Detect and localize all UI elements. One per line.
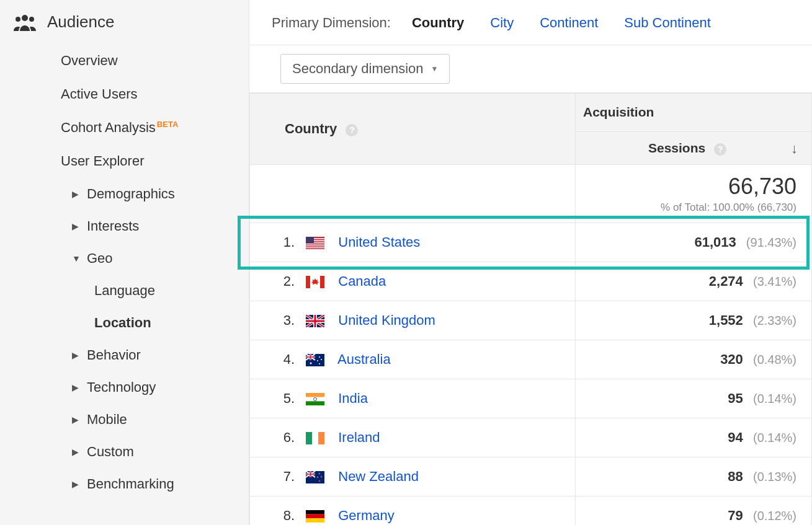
svg-rect-22 [306,393,324,397]
svg-rect-36 [306,519,324,523]
nav-group-benchmarking[interactable]: ▶Benchmarking [0,468,249,500]
nav-group-mobile[interactable]: ▶Mobile [0,404,249,436]
sessions-value: 320 [720,351,743,367]
flag-icon [306,315,324,327]
table-row[interactable]: 8. Germany 79 (0.12%) [250,496,812,526]
table-row[interactable]: 6. Ireland 94 (0.14%) [250,418,812,457]
caret-down-icon: ▼ [431,64,439,73]
help-icon[interactable]: ? [346,124,358,136]
column-header-country[interactable]: Country ? [250,94,576,165]
tab-continent[interactable]: Continent [535,12,603,33]
chevron-right-icon: ▶ [72,415,81,425]
sessions-pct: (3.41%) [753,275,796,288]
svg-point-17 [310,363,312,364]
svg-point-30 [319,473,320,474]
sessions-value: 79 [728,508,743,523]
summary-cell: 66,730 % of Total: 100.00% (66,730) [576,165,812,223]
chevron-right-icon: ▶ [72,447,81,457]
secondary-dimension-button[interactable]: Secondary dimension ▼ [280,54,450,84]
country-cell: 5. India [250,379,576,418]
flag-icon [306,510,324,523]
row-index: 3. [275,312,295,329]
audience-icon [14,14,36,31]
svg-rect-8 [306,245,324,247]
tab-country[interactable]: Country [407,12,469,33]
country-link[interactable]: New Zealand [338,469,419,484]
svg-point-19 [321,359,322,360]
table-row[interactable]: 4. Australia 320 (0.48%) [250,340,812,379]
svg-point-18 [319,356,320,358]
nav-group-behavior[interactable]: ▶Behavior [0,339,249,371]
chevron-right-icon: ▶ [72,221,81,231]
nav-item-active-users[interactable]: Active Users [0,77,249,111]
svg-point-33 [317,477,318,478]
chevron-right-icon: ▶ [72,189,81,199]
sidebar: Audience Overview Active Users Cohort An… [0,0,249,525]
country-table: Country ? Acquisition Sessions ? ↓ [249,93,812,525]
sessions-pct: (0.14%) [753,392,796,405]
sessions-pct: (0.12%) [753,509,796,523]
row-index: 6. [275,430,295,446]
country-link[interactable]: Ireland [338,430,380,445]
flag-icon [306,432,324,444]
nav-group-technology[interactable]: ▶Technology [0,371,249,404]
sessions-cell: 95 (0.14%) [576,379,812,418]
nav-group-geo[interactable]: ▼Geo [0,242,249,275]
row-index: 4. [275,351,295,368]
sessions-value: 95 [728,390,743,406]
country-link[interactable]: Australia [337,351,391,367]
svg-point-1 [16,17,20,22]
nav-group-interests[interactable]: ▶Interests [0,210,249,242]
country-link[interactable]: Germany [338,508,394,523]
table-row[interactable]: 1. United States 61,013 (91.43%) [250,223,812,262]
nav-item-cohort[interactable]: Cohort AnalysisBETA [0,111,249,144]
nav-group-custom[interactable]: ▶Custom [0,436,249,468]
row-index: 8. [275,508,295,524]
country-cell: 4. Australia [250,340,576,379]
country-link[interactable]: India [338,390,368,406]
svg-rect-28 [318,432,324,444]
row-index: 7. [275,469,295,485]
chevron-right-icon: ▶ [72,479,81,489]
chevron-right-icon: ▶ [72,350,81,360]
flag-icon [306,237,324,249]
svg-rect-10 [306,237,314,243]
svg-rect-35 [306,514,324,519]
tab-sub-continent[interactable]: Sub Continent [619,12,715,33]
table-row[interactable]: 3. United Kingdom 1,552 (2.33%) [250,301,812,340]
nav-group-demographics[interactable]: ▶Demographics [0,178,249,210]
column-header-sessions[interactable]: Sessions ? ↓ [576,131,812,164]
sessions-pct: (2.33%) [753,314,796,327]
nav-item-overview[interactable]: Overview [0,44,249,77]
sessions-pct: (0.13%) [753,470,796,483]
nav-list: Overview Active Users Cohort AnalysisBET… [0,44,249,500]
tab-city[interactable]: City [485,12,519,33]
nav-item-user-explorer[interactable]: User Explorer [0,144,249,178]
flag-icon [306,276,324,288]
sessions-cell: 2,274 (3.41%) [576,262,812,301]
svg-rect-34 [306,510,324,514]
sessions-cell: 88 (0.13%) [576,457,812,496]
row-index: 5. [275,390,295,407]
help-icon[interactable]: ? [714,143,726,156]
sessions-pct: (91.43%) [746,236,796,249]
country-link[interactable]: United Kingdom [338,312,435,328]
sidebar-header: Audience [0,0,249,44]
svg-rect-7 [306,244,324,245]
svg-point-32 [319,480,320,482]
flag-icon [306,354,324,366]
country-link[interactable]: United States [338,234,420,250]
country-link[interactable]: Canada [338,273,386,289]
summary-row: 66,730 % of Total: 100.00% (66,730) [250,165,812,223]
sessions-value: 61,013 [694,234,736,250]
svg-rect-26 [306,432,312,444]
table-row[interactable]: 7. New Zealand 88 (0.13%) [250,457,812,496]
nav-sub-language[interactable]: Language [0,275,249,307]
svg-rect-24 [306,402,324,406]
main-content: Primary Dimension: Country City Continen… [249,0,812,525]
nav-sub-location[interactable]: Location [0,307,249,339]
table-row[interactable]: 5. India 95 (0.14%) [250,379,812,418]
table-row[interactable]: 2. Canada 2,274 (3.41%) [250,262,812,301]
svg-point-21 [317,360,318,361]
total-sessions: 66,730 [576,174,796,200]
